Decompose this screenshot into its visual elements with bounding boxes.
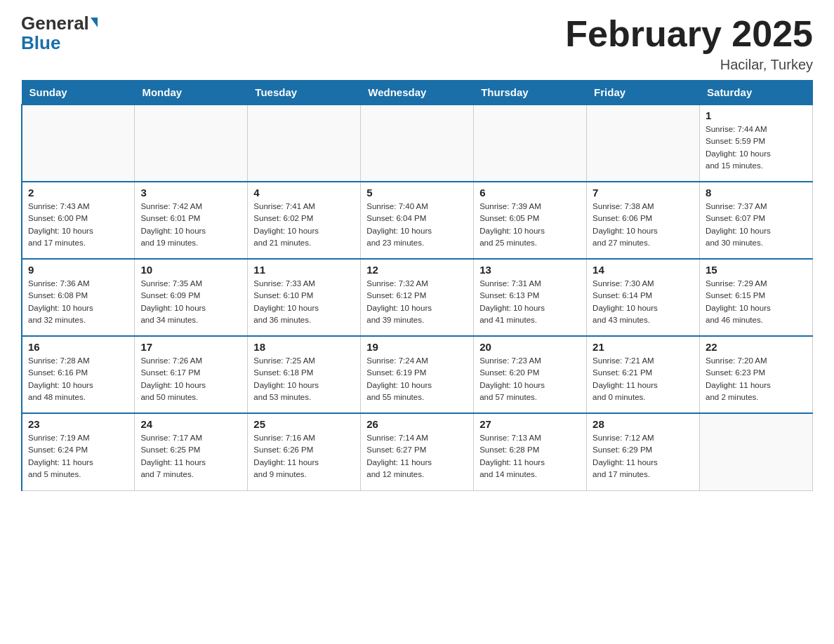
day-number: 6 xyxy=(479,187,581,199)
day-info: Sunrise: 7:41 AMSunset: 6:02 PMDaylight:… xyxy=(253,201,355,249)
calendar-cell xyxy=(587,105,700,182)
day-number: 28 xyxy=(593,418,694,430)
day-info: Sunrise: 7:30 AMSunset: 6:14 PMDaylight:… xyxy=(593,278,694,326)
calendar-cell: 27Sunrise: 7:13 AMSunset: 6:28 PMDayligh… xyxy=(474,413,587,490)
day-info: Sunrise: 7:35 AMSunset: 6:09 PMDaylight:… xyxy=(140,278,241,326)
calendar-cell: 6Sunrise: 7:39 AMSunset: 6:05 PMDaylight… xyxy=(474,182,587,259)
calendar-header-row: SundayMondayTuesdayWednesdayThursdayFrid… xyxy=(22,81,813,105)
day-info: Sunrise: 7:28 AMSunset: 6:16 PMDaylight:… xyxy=(28,355,128,403)
calendar-cell: 18Sunrise: 7:25 AMSunset: 6:18 PMDayligh… xyxy=(248,336,361,413)
day-info: Sunrise: 7:16 AMSunset: 6:26 PMDaylight:… xyxy=(253,432,355,481)
calendar-cell: 3Sunrise: 7:42 AMSunset: 6:01 PMDaylight… xyxy=(135,182,248,259)
day-info: Sunrise: 7:14 AMSunset: 6:27 PMDaylight:… xyxy=(366,432,468,481)
calendar-cell xyxy=(700,413,813,490)
calendar-cell: 16Sunrise: 7:28 AMSunset: 6:16 PMDayligh… xyxy=(22,336,135,413)
day-number: 27 xyxy=(479,418,581,430)
calendar-cell: 24Sunrise: 7:17 AMSunset: 6:25 PMDayligh… xyxy=(135,413,248,490)
calendar-cell: 14Sunrise: 7:30 AMSunset: 6:14 PMDayligh… xyxy=(587,259,700,336)
day-number: 16 xyxy=(28,341,128,353)
calendar-week-row: 9Sunrise: 7:36 AMSunset: 6:08 PMDaylight… xyxy=(22,259,813,336)
day-number: 9 xyxy=(28,264,128,276)
day-number: 7 xyxy=(593,187,694,199)
day-info: Sunrise: 7:25 AMSunset: 6:18 PMDaylight:… xyxy=(253,355,355,403)
calendar-header-saturday: Saturday xyxy=(700,81,813,105)
title-block: February 2025 Hacilar, Turkey xyxy=(565,14,813,73)
day-info: Sunrise: 7:19 AMSunset: 6:24 PMDaylight:… xyxy=(28,432,128,481)
day-number: 3 xyxy=(140,187,241,199)
day-number: 18 xyxy=(253,341,355,353)
calendar-cell: 23Sunrise: 7:19 AMSunset: 6:24 PMDayligh… xyxy=(22,413,135,490)
day-number: 14 xyxy=(593,264,694,276)
day-number: 20 xyxy=(479,341,581,353)
logo-blue-text: Blue xyxy=(21,34,60,52)
calendar-week-row: 16Sunrise: 7:28 AMSunset: 6:16 PMDayligh… xyxy=(22,336,813,413)
calendar-header-sunday: Sunday xyxy=(22,81,135,105)
calendar-cell: 12Sunrise: 7:32 AMSunset: 6:12 PMDayligh… xyxy=(361,259,474,336)
day-info: Sunrise: 7:37 AMSunset: 6:07 PMDaylight:… xyxy=(706,201,807,249)
day-info: Sunrise: 7:33 AMSunset: 6:10 PMDaylight:… xyxy=(253,278,355,326)
calendar-cell xyxy=(361,105,474,182)
day-number: 17 xyxy=(140,341,241,353)
calendar-cell: 13Sunrise: 7:31 AMSunset: 6:13 PMDayligh… xyxy=(474,259,587,336)
calendar-cell xyxy=(248,105,361,182)
day-number: 24 xyxy=(140,418,241,430)
day-info: Sunrise: 7:40 AMSunset: 6:04 PMDaylight:… xyxy=(366,201,468,249)
calendar-cell: 10Sunrise: 7:35 AMSunset: 6:09 PMDayligh… xyxy=(135,259,248,336)
logo: General Blue xyxy=(21,14,98,52)
day-info: Sunrise: 7:23 AMSunset: 6:20 PMDaylight:… xyxy=(479,355,581,403)
logo-general-text: General xyxy=(21,14,98,32)
calendar-cell: 22Sunrise: 7:20 AMSunset: 6:23 PMDayligh… xyxy=(700,336,813,413)
calendar-cell: 7Sunrise: 7:38 AMSunset: 6:06 PMDaylight… xyxy=(587,182,700,259)
day-number: 5 xyxy=(366,187,468,199)
day-info: Sunrise: 7:42 AMSunset: 6:01 PMDaylight:… xyxy=(140,201,241,249)
calendar-cell xyxy=(22,105,135,182)
day-info: Sunrise: 7:12 AMSunset: 6:29 PMDaylight:… xyxy=(593,432,694,481)
calendar-header-tuesday: Tuesday xyxy=(248,81,361,105)
day-info: Sunrise: 7:31 AMSunset: 6:13 PMDaylight:… xyxy=(479,278,581,326)
day-info: Sunrise: 7:26 AMSunset: 6:17 PMDaylight:… xyxy=(140,355,241,403)
day-info: Sunrise: 7:17 AMSunset: 6:25 PMDaylight:… xyxy=(140,432,241,481)
day-number: 11 xyxy=(253,264,355,276)
calendar-cell: 20Sunrise: 7:23 AMSunset: 6:20 PMDayligh… xyxy=(474,336,587,413)
calendar-cell: 25Sunrise: 7:16 AMSunset: 6:26 PMDayligh… xyxy=(248,413,361,490)
day-number: 13 xyxy=(479,264,581,276)
day-number: 21 xyxy=(593,341,694,353)
day-number: 25 xyxy=(253,418,355,430)
calendar-cell: 1Sunrise: 7:44 AMSunset: 5:59 PMDaylight… xyxy=(700,105,813,182)
calendar-cell: 28Sunrise: 7:12 AMSunset: 6:29 PMDayligh… xyxy=(587,413,700,490)
calendar-header-monday: Monday xyxy=(135,81,248,105)
calendar-cell: 15Sunrise: 7:29 AMSunset: 6:15 PMDayligh… xyxy=(700,259,813,336)
day-number: 26 xyxy=(366,418,468,430)
calendar-week-row: 23Sunrise: 7:19 AMSunset: 6:24 PMDayligh… xyxy=(22,413,813,490)
calendar-week-row: 2Sunrise: 7:43 AMSunset: 6:00 PMDaylight… xyxy=(22,182,813,259)
calendar-cell: 19Sunrise: 7:24 AMSunset: 6:19 PMDayligh… xyxy=(361,336,474,413)
calendar-week-row: 1Sunrise: 7:44 AMSunset: 5:59 PMDaylight… xyxy=(22,105,813,182)
day-info: Sunrise: 7:21 AMSunset: 6:21 PMDaylight:… xyxy=(593,355,694,403)
day-number: 10 xyxy=(140,264,241,276)
day-number: 8 xyxy=(706,187,807,199)
day-number: 4 xyxy=(253,187,355,199)
day-number: 19 xyxy=(366,341,468,353)
day-number: 2 xyxy=(28,187,128,199)
logo-arrow-icon xyxy=(91,18,98,27)
calendar-cell: 21Sunrise: 7:21 AMSunset: 6:21 PMDayligh… xyxy=(587,336,700,413)
day-info: Sunrise: 7:44 AMSunset: 5:59 PMDaylight:… xyxy=(706,123,807,172)
day-number: 23 xyxy=(28,418,128,430)
day-info: Sunrise: 7:38 AMSunset: 6:06 PMDaylight:… xyxy=(593,201,694,249)
calendar-cell: 17Sunrise: 7:26 AMSunset: 6:17 PMDayligh… xyxy=(135,336,248,413)
calendar-table: SundayMondayTuesdayWednesdayThursdayFrid… xyxy=(21,80,813,491)
month-title: February 2025 xyxy=(565,14,813,54)
calendar-cell xyxy=(474,105,587,182)
day-info: Sunrise: 7:43 AMSunset: 6:00 PMDaylight:… xyxy=(28,201,128,249)
calendar-cell: 26Sunrise: 7:14 AMSunset: 6:27 PMDayligh… xyxy=(361,413,474,490)
location: Hacilar, Turkey xyxy=(565,57,813,73)
day-number: 15 xyxy=(706,264,807,276)
day-number: 12 xyxy=(366,264,468,276)
day-info: Sunrise: 7:36 AMSunset: 6:08 PMDaylight:… xyxy=(28,278,128,326)
day-number: 1 xyxy=(706,109,807,121)
calendar-cell: 11Sunrise: 7:33 AMSunset: 6:10 PMDayligh… xyxy=(248,259,361,336)
page-header: General Blue February 2025 Hacilar, Turk… xyxy=(21,14,813,73)
calendar-cell: 9Sunrise: 7:36 AMSunset: 6:08 PMDaylight… xyxy=(22,259,135,336)
calendar-cell: 2Sunrise: 7:43 AMSunset: 6:00 PMDaylight… xyxy=(22,182,135,259)
calendar-cell: 8Sunrise: 7:37 AMSunset: 6:07 PMDaylight… xyxy=(700,182,813,259)
